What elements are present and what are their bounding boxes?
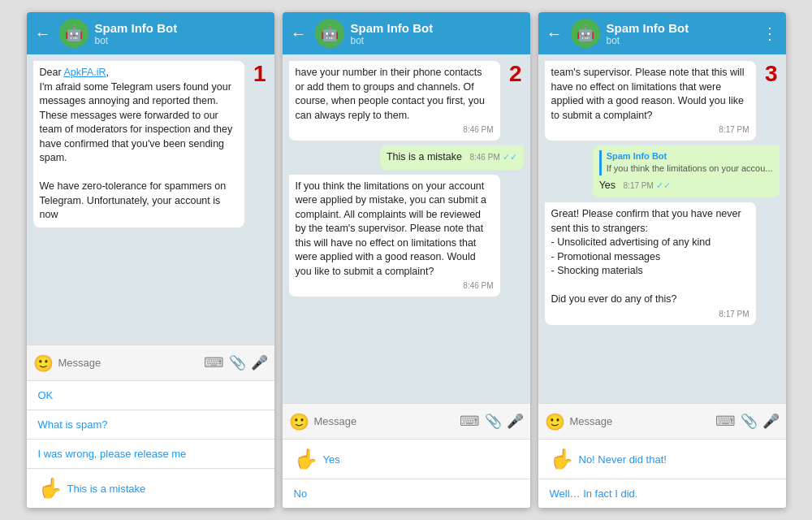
chat-body-2: have your number in their phone contacts… xyxy=(283,54,530,403)
message-text-2c: If you think the limitations on your acc… xyxy=(296,180,487,277)
checkmarks-3b: ✓✓ xyxy=(656,180,671,190)
attach-icon-2[interactable]: 📎 xyxy=(485,413,502,430)
bot-name-3: Spam Info Bot xyxy=(607,21,755,35)
message-input-1[interactable] xyxy=(58,357,199,369)
mic-icon-3[interactable]: 🎤 xyxy=(762,413,780,430)
message-text-2a: have your number in their phone contacts… xyxy=(296,67,485,121)
message-input-3[interactable] xyxy=(570,415,710,427)
emoji-icon-3[interactable]: 🙂 xyxy=(545,412,565,431)
msg-time-3b: 8:17 PM ✓✓ xyxy=(624,181,671,190)
phone-panel-1: ← 🤖 Spam Info Bot bot 1 Dear ApkFA.iR,I'… xyxy=(27,12,274,508)
mistake-button[interactable]: 👆 This is a mistake xyxy=(27,468,274,508)
checkmarks-2b: ✓✓ xyxy=(503,152,517,162)
back-button-2[interactable]: ← xyxy=(291,24,307,43)
message-received-3a: team's supervisor. Please note that this… xyxy=(545,61,756,141)
message-received-3c: Great! Please confirm that you have neve… xyxy=(545,202,756,325)
message-text-1: Dear ApkFA.iR,I'm afraid some Telegram u… xyxy=(40,67,233,220)
quote-text-3b: If you think the limitations on your acc… xyxy=(607,163,773,173)
ok-button[interactable]: OK xyxy=(27,381,274,410)
message-received-2a: have your number in their phone contacts… xyxy=(289,61,500,141)
no-button[interactable]: No xyxy=(283,479,530,508)
panel-number-2: 2 xyxy=(509,61,522,87)
mic-icon-2[interactable]: 🎤 xyxy=(507,413,524,430)
wrong-button[interactable]: I was wrong, please release me xyxy=(27,439,274,468)
chat-buttons-3: 👆 No! Never did that! Well… In fact I di… xyxy=(538,439,786,508)
mic-icon-1[interactable]: 🎤 xyxy=(251,354,268,371)
message-text-3b: Yes 8:17 PM ✓✓ xyxy=(599,179,773,193)
panel-number-1: 1 xyxy=(253,61,266,87)
more-options-icon-3[interactable]: ⋮ xyxy=(762,24,778,43)
bot-sub-2: bot xyxy=(351,35,522,46)
chat-header-3: ← 🤖 Spam Info Bot bot ⋮ xyxy=(538,12,786,54)
avatar-2: 🤖 xyxy=(315,19,344,48)
back-button-1[interactable]: ← xyxy=(35,24,51,43)
attach-icon-3[interactable]: 📎 xyxy=(741,413,758,430)
emoji-icon-2[interactable]: 🙂 xyxy=(289,412,309,431)
chat-body-1: Dear ApkFA.iR,I'm afraid some Telegram u… xyxy=(27,54,274,344)
in-fact-i-did-button[interactable]: Well… In fact I did. xyxy=(538,479,786,508)
chat-input-bar-3: 🙂 ⌨ 📎 🎤 xyxy=(538,403,786,439)
chat-header-1: ← 🤖 Spam Info Bot bot xyxy=(27,12,274,54)
attach-icon-1[interactable]: 📎 xyxy=(229,354,246,371)
chat-header-2: ← 🤖 Spam Info Bot bot xyxy=(283,12,530,54)
message-text-3c: Great! Please confirm that you have neve… xyxy=(551,208,741,305)
finger-icon-3: 👆 xyxy=(550,448,574,470)
message-sent-2b: This is a mistake 8:46 PM ✓✓ xyxy=(380,145,524,170)
message-received-1: Dear ApkFA.iR,I'm afraid some Telegram u… xyxy=(33,61,244,228)
never-did-label: No! Never did that! xyxy=(579,453,667,466)
header-info-1: Spam Info Bot bot xyxy=(95,21,266,46)
message-received-2c: If you think the limitations on your acc… xyxy=(289,175,500,297)
never-did-button[interactable]: 👆 No! Never did that! xyxy=(538,440,786,479)
what-is-spam-button[interactable]: What is spam? xyxy=(27,410,274,439)
bot-name-1: Spam Info Bot xyxy=(95,21,266,35)
mistake-label: This is a mistake xyxy=(67,483,146,495)
chat-buttons-2: 👆 Yes No xyxy=(283,439,530,508)
avatar-1: 🤖 xyxy=(59,19,89,48)
chat-input-bar-1: 🙂 ⌨ 📎 🎤 xyxy=(27,344,274,380)
bot-name-2: Spam Info Bot xyxy=(351,21,522,35)
back-button-3[interactable]: ← xyxy=(546,24,563,43)
keyboard-icon-1[interactable]: ⌨ xyxy=(204,354,224,371)
bot-sub-1: bot xyxy=(95,35,266,46)
keyboard-icon-3[interactable]: ⌨ xyxy=(715,413,736,430)
panel-number-3: 3 xyxy=(765,61,778,87)
finger-icon-2: 👆 xyxy=(294,448,318,470)
phone-panel-3: ← 🤖 Spam Info Bot bot ⋮ 3 team's supervi… xyxy=(538,12,786,508)
message-text-2b: This is a mistake xyxy=(387,151,462,162)
quote-name-3b: Spam Info Bot xyxy=(607,150,773,162)
msg-time-2b: 8:46 PM ✓✓ xyxy=(469,153,516,162)
avatar-3: 🤖 xyxy=(571,19,600,48)
header-info-2: Spam Info Bot bot xyxy=(351,21,522,46)
msg-time-3c: 8:17 PM xyxy=(551,309,749,320)
keyboard-icon-2[interactable]: ⌨ xyxy=(460,413,480,430)
bot-sub-3: bot xyxy=(607,35,755,46)
msg-time-2a: 8:46 PM xyxy=(296,124,494,136)
yes-button[interactable]: 👆 Yes xyxy=(283,440,530,479)
yes-label: Yes xyxy=(323,453,340,466)
msg-time-3a: 8:17 PM xyxy=(551,124,749,136)
message-input-2[interactable] xyxy=(314,415,455,427)
emoji-icon-1[interactable]: 🙂 xyxy=(33,353,54,373)
chat-buttons-1: OK What is spam? I was wrong, please rel… xyxy=(27,380,274,508)
message-text-3a: team's supervisor. Please note that this… xyxy=(551,67,745,121)
finger-icon-1: 👆 xyxy=(38,477,63,500)
chat-body-3: team's supervisor. Please note that this… xyxy=(538,54,786,403)
msg-quote-3b: Spam Info Bot If you think the limitatio… xyxy=(599,150,773,176)
phone-panel-2: ← 🤖 Spam Info Bot bot 2 have your number… xyxy=(283,12,530,508)
message-sent-3b: Spam Info Bot If you think the limitatio… xyxy=(593,145,780,197)
msg-time-2c: 8:46 PM xyxy=(296,280,494,292)
chat-input-bar-2: 🙂 ⌨ 📎 🎤 xyxy=(283,403,530,439)
header-info-3: Spam Info Bot bot xyxy=(607,21,755,46)
